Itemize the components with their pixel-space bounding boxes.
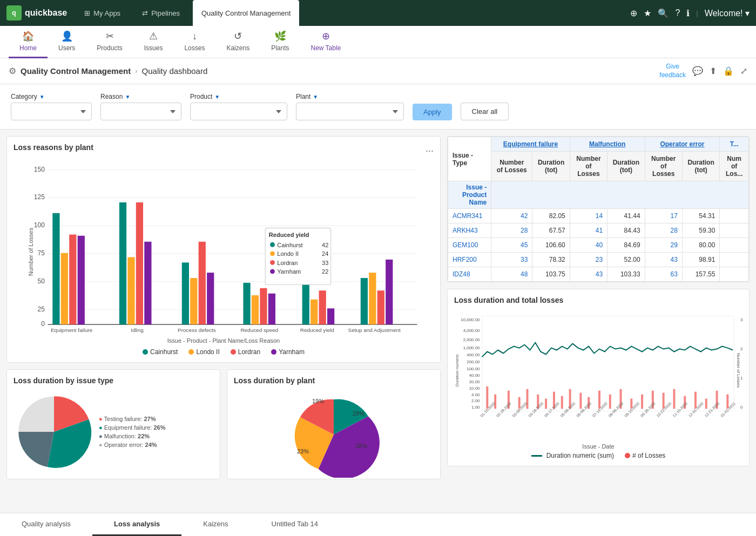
svg-text:23%: 23%	[297, 448, 309, 454]
filter-bar: Category ▼ Reason ▼ Product ▼ Plant ▼	[0, 84, 756, 130]
kaizens-label: Kaizens	[226, 44, 249, 52]
bar	[386, 260, 393, 324]
expand-icon[interactable]: ⤢	[740, 66, 747, 76]
td-op-dur-5: 157.55	[682, 267, 719, 282]
table-scroll[interactable]: Issue - Type Equipment failure Malfuncti…	[448, 137, 749, 282]
pipelines-label: Pipelines	[151, 9, 180, 17]
nav-tab-pipelines[interactable]: ⇄ Pipelines	[133, 0, 188, 26]
svg-text:Duration numeric: Duration numeric	[455, 354, 460, 386]
sec-nav-plants[interactable]: 🌿 Plants	[260, 26, 300, 58]
newtable-icon: ⊕	[322, 30, 330, 42]
svg-text:0: 0	[41, 321, 45, 328]
svg-text:24: 24	[322, 250, 328, 257]
plants-label: Plants	[271, 44, 289, 52]
sec-nav-issues[interactable]: ⚠ Issues	[133, 26, 174, 58]
svg-text:1.00: 1.00	[471, 405, 480, 410]
svg-text:2,000.00: 2,000.00	[463, 337, 480, 342]
product-gem100[interactable]: GEM100	[448, 238, 491, 253]
svg-text:75: 75	[37, 249, 45, 257]
product-idz48[interactable]: IDZ48	[448, 267, 491, 282]
reason-label: Reason ▼	[100, 93, 181, 100]
issues-icon: ⚠	[149, 30, 158, 42]
pie-chart2-panel: Loss duration by plant 29	[227, 369, 441, 479]
nav-tab-myapps[interactable]: ⊞ My Apps	[76, 0, 129, 26]
products-icon: ✂	[106, 30, 114, 42]
svg-text:125: 125	[34, 194, 45, 201]
share-icon[interactable]: ⬆	[710, 66, 717, 76]
reason-select[interactable]	[100, 103, 181, 120]
chart-menu-icon[interactable]: ···	[426, 145, 434, 157]
svg-text:150: 150	[34, 166, 45, 173]
sec-nav-newtable[interactable]: ⊕ New Table	[300, 26, 352, 58]
svg-text:42: 42	[322, 242, 328, 248]
td-op-dur-4: 98.91	[682, 253, 719, 267]
pie-chart2-title: Loss duration by plant	[234, 376, 434, 385]
clear-button[interactable]: Clear all	[461, 103, 509, 120]
myapps-label: My Apps	[93, 9, 120, 17]
breadcrumb-bar: ⚙ Quality Control Management › Quality d…	[0, 58, 756, 84]
plant-text: Plant	[296, 93, 310, 100]
lock-icon[interactable]: 🔒	[723, 66, 734, 76]
logo: q quickbase	[6, 5, 67, 21]
nav-tab-qcm[interactable]: Quality Control Management	[193, 0, 299, 26]
bar	[377, 290, 384, 324]
pie-chart1-legend: ● Testing failure: 27% ● Equipment failu…	[99, 416, 165, 448]
bar	[327, 309, 334, 325]
sec-nav: 🏠 Home 👤 Users ✂ Products ⚠ Issues ↓ Los…	[0, 26, 756, 58]
users-icon: 👤	[61, 30, 73, 42]
nav-right: ⊕ ★ 🔍 ? ℹ | Welcome! ▾	[630, 8, 750, 18]
legend-cainhurst: Cainhurst	[143, 348, 178, 356]
table-panel: Issue - Type Equipment failure Malfuncti…	[447, 136, 750, 282]
welcome-label[interactable]: Welcome! ▾	[705, 8, 750, 18]
star-icon[interactable]: ★	[644, 8, 651, 18]
svg-rect-75	[641, 395, 643, 409]
product-acmr341[interactable]: ACMR341	[448, 209, 491, 223]
svg-text:20.00: 20.00	[469, 379, 480, 384]
sec-nav-home[interactable]: 🏠 Home	[9, 26, 48, 58]
pie-charts-row: Loss duration by issue type	[6, 369, 441, 479]
product-hrf200[interactable]: HRF200	[448, 253, 491, 267]
table-row: IDZ48 48 103.75 43 103.33 63 157.55	[448, 267, 749, 282]
table-row: ARKH43 28 67.57 41 84.43 28 59.30	[448, 223, 749, 238]
data-table: Issue - Type Equipment failure Malfuncti…	[448, 137, 749, 282]
svg-text:33: 33	[322, 260, 328, 266]
info-icon[interactable]: ℹ	[686, 8, 690, 18]
sec-nav-users[interactable]: 👤 Users	[48, 26, 86, 58]
sec-nav-kaizens[interactable]: ↺ Kaizens	[215, 26, 260, 58]
td-ef-losses-3: 45	[491, 238, 532, 253]
svg-text:Process defects: Process defects	[178, 328, 216, 334]
chat-icon[interactable]: 💬	[692, 66, 703, 76]
th-num-los: Num of Los...	[720, 152, 749, 181]
logo-icon: q	[6, 5, 22, 21]
td-op-losses-1: 17	[645, 209, 682, 223]
bar-chart-xlabel: Issue - Product - Plant Name/Loss Reason	[14, 337, 434, 344]
product-arkh43[interactable]: ARKH43	[448, 223, 491, 238]
sec-nav-products[interactable]: ✂ Products	[86, 26, 133, 58]
legend-lordran: Lordran	[231, 348, 260, 356]
main-content: Loss reasons by plant ··· 150 125 100 75…	[0, 130, 756, 486]
svg-text:Yarnham: Yarnham	[277, 269, 301, 275]
plant-select[interactable]	[296, 103, 404, 120]
bar	[69, 235, 76, 325]
help-icon[interactable]: ?	[675, 8, 680, 18]
bar	[127, 257, 134, 325]
category-select[interactable]	[11, 103, 92, 120]
svg-point-23	[270, 242, 275, 247]
pipelines-icon: ⇄	[142, 9, 148, 17]
svg-text:40.00: 40.00	[469, 373, 480, 378]
legend-losses: # of Losses	[625, 452, 665, 459]
svg-text:Number of Losses: Number of Losses	[736, 353, 741, 388]
svg-text:50: 50	[37, 277, 45, 285]
plant-label: Plant ▼	[296, 93, 404, 100]
sec-nav-losses[interactable]: ↓ Losses	[173, 26, 215, 58]
bar	[268, 294, 275, 324]
bar	[319, 290, 326, 324]
td-mal-dur-5: 103.33	[608, 267, 645, 282]
settings-icon[interactable]: ⚙	[9, 66, 16, 76]
search-icon[interactable]: 🔍	[658, 8, 669, 18]
apply-button[interactable]: Apply	[413, 104, 452, 120]
add-icon[interactable]: ⊕	[630, 8, 637, 18]
give-feedback-button[interactable]: Givefeedback	[659, 63, 686, 79]
product-select[interactable]	[190, 103, 287, 120]
home-label: Home	[19, 44, 37, 52]
